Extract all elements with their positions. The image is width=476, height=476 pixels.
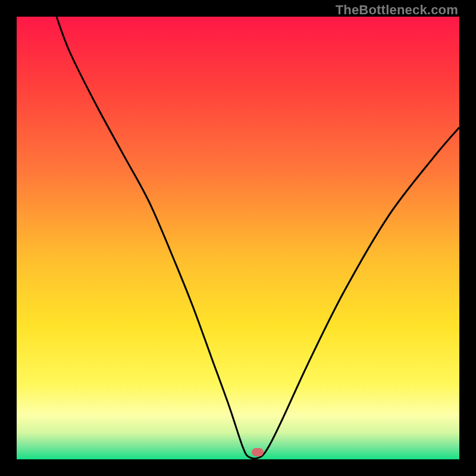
curve-path: [57, 17, 459, 459]
bottleneck-curve: [17, 17, 459, 459]
chart-frame: TheBottleneck.com: [0, 0, 476, 476]
min-point-marker: [252, 448, 264, 456]
watermark-text: TheBottleneck.com: [336, 2, 458, 18]
plot-area: [17, 17, 459, 459]
